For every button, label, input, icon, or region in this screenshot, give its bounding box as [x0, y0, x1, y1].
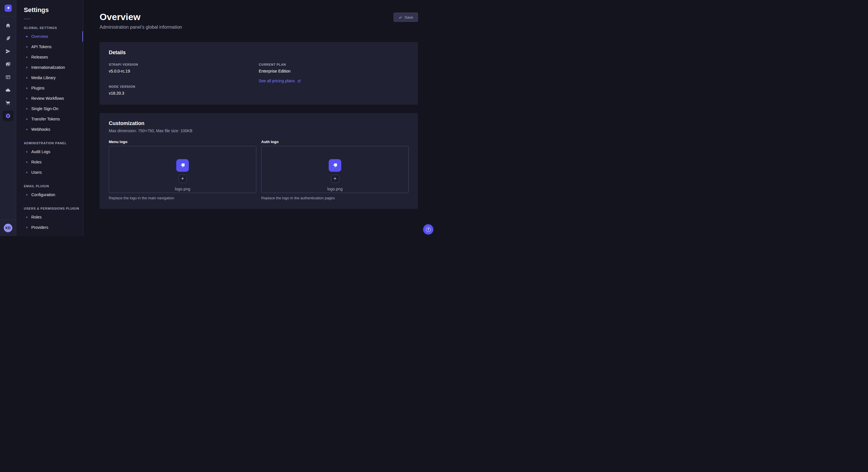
page-subtitle: Administration panel’s global informatio…	[100, 25, 418, 30]
bullet-icon	[26, 98, 28, 99]
settings-nav-item[interactable]	[0, 109, 16, 122]
menu-logo-hint: Replace the logo in the main navigation	[109, 196, 256, 200]
bullet-icon	[26, 172, 28, 173]
media-library-icon[interactable]	[0, 58, 16, 71]
section-label-administration-panel: ADMINISTRATION PANEL	[17, 141, 83, 145]
page-title: Overview	[100, 11, 418, 22]
feather-icon[interactable]	[0, 32, 16, 45]
sidebar-item-audit-logs[interactable]: Audit Logs	[17, 146, 83, 157]
sidebar-item-admin-users[interactable]: Users	[17, 167, 83, 177]
home-icon[interactable]	[0, 19, 16, 32]
menu-logo-label: Menu logo	[109, 140, 256, 144]
details-card: Details STRAPI VERSION v5.0.0-rc.19 NODE…	[100, 42, 418, 105]
workspace-logo-block[interactable]	[0, 0, 16, 16]
bullet-icon	[26, 67, 28, 68]
pricing-plans-link[interactable]: See all pricing plans	[259, 78, 301, 83]
subnav-divider	[24, 19, 31, 19]
main-content: Overview Administration panel’s global i…	[84, 0, 434, 236]
strapi-logo-icon	[179, 162, 186, 169]
menu-logo-upload-box[interactable]: + logo.png	[109, 146, 256, 193]
sidebar-item-plugins[interactable]: Plugins	[17, 83, 83, 93]
question-mark-icon: ?	[426, 227, 431, 232]
bullet-icon	[26, 57, 28, 58]
section-label-global-settings: GLOBAL SETTINGS	[17, 26, 83, 30]
sidebar-item-up-roles[interactable]: Roles	[17, 212, 83, 222]
current-plan-label: CURRENT PLAN	[259, 63, 409, 66]
auth-logo-filename: logo.png	[327, 187, 343, 191]
customization-card-title: Customization	[109, 121, 409, 127]
node-version-field: NODE VERSION v18.20.3	[109, 85, 259, 96]
bullet-icon	[26, 162, 28, 163]
main-nav-rail: KD	[0, 0, 17, 236]
add-menu-logo-button[interactable]: +	[179, 175, 187, 183]
sidebar-item-review-workflows[interactable]: Review Workflows	[17, 93, 83, 103]
bullet-icon	[26, 108, 28, 109]
sidebar-item-api-tokens[interactable]: API Tokens	[17, 42, 83, 52]
subnav-title: Settings	[24, 6, 76, 14]
sidebar-item-up-providers[interactable]: Providers	[17, 222, 83, 233]
strapi-logo-icon	[5, 5, 12, 12]
cloud-icon[interactable]	[0, 83, 16, 96]
gear-icon	[3, 110, 13, 121]
check-icon	[398, 15, 402, 19]
auth-logo-preview	[329, 159, 341, 172]
sidebar-item-single-sign-on[interactable]: Single Sign-On	[17, 103, 83, 114]
bullet-icon	[26, 36, 28, 37]
bullet-icon	[26, 151, 28, 153]
layout-icon[interactable]	[0, 71, 16, 83]
sidebar-item-email-configuration[interactable]: Configuration	[17, 190, 83, 200]
sidebar-item-transfer-tokens[interactable]: Transfer Tokens	[17, 114, 83, 124]
settings-subnav: Settings GLOBAL SETTINGS Overview API To…	[17, 0, 83, 236]
strapi-version-value: v5.0.0-rc.19	[109, 69, 259, 73]
auth-logo-label: Auth logo	[261, 140, 409, 144]
sidebar-item-internationalization[interactable]: Internationalization	[17, 62, 83, 72]
details-card-title: Details	[109, 49, 409, 56]
users-permissions-list: Roles Providers	[17, 212, 83, 233]
cart-icon[interactable]	[0, 96, 16, 109]
bullet-icon	[26, 216, 28, 218]
node-version-value: v18.20.3	[109, 91, 259, 96]
customization-card: Customization Max dimension: 750×750, Ma…	[100, 113, 418, 209]
bullet-icon	[26, 129, 28, 130]
bullet-icon	[26, 77, 28, 78]
administration-panel-list: Audit Logs Roles Users	[17, 146, 83, 177]
global-settings-list: Overview API Tokens Releases Internation…	[17, 31, 83, 134]
bullet-icon	[26, 194, 28, 196]
avatar[interactable]: KD	[4, 224, 12, 232]
node-version-label: NODE VERSION	[109, 85, 259, 88]
paper-plane-icon[interactable]	[0, 45, 16, 58]
bullet-icon	[26, 88, 28, 89]
auth-logo-hint: Replace the logo in the authentication p…	[261, 196, 409, 200]
bullet-icon	[26, 119, 28, 120]
menu-logo-preview	[176, 159, 189, 172]
customization-card-subtitle: Max dimension: 750×750, Max file size: 1…	[109, 129, 409, 133]
sidebar-item-overview[interactable]: Overview	[17, 31, 83, 42]
sidebar-item-releases[interactable]: Releases	[17, 52, 83, 62]
strapi-version-field: STRAPI VERSION v5.0.0-rc.19	[109, 63, 259, 73]
bullet-icon	[26, 227, 28, 228]
auth-logo-upload-box[interactable]: + logo.png	[261, 146, 409, 193]
page-header: Overview Administration panel’s global i…	[100, 11, 418, 30]
save-button[interactable]: Save	[394, 12, 418, 22]
rail-bottom-block: KD	[0, 220, 16, 236]
external-link-icon	[298, 79, 301, 83]
current-plan-field: CURRENT PLAN Enterprise Edition	[259, 63, 409, 73]
strapi-version-label: STRAPI VERSION	[109, 63, 259, 66]
help-button[interactable]: ?	[423, 224, 433, 235]
sidebar-item-admin-roles[interactable]: Roles	[17, 157, 83, 167]
menu-logo-filename: logo.png	[175, 187, 190, 191]
email-plugin-list: Configuration	[17, 190, 83, 200]
sidebar-item-media-library[interactable]: Media Library	[17, 72, 83, 83]
add-auth-logo-button[interactable]: +	[331, 175, 339, 183]
section-label-users-permissions-plugin: USERS & PERMISSIONS PLUGIN	[17, 207, 83, 210]
bullet-icon	[26, 46, 28, 47]
sidebar-item-webhooks[interactable]: Webhooks	[17, 124, 83, 134]
current-plan-value: Enterprise Edition	[259, 69, 409, 73]
strapi-logo-icon	[331, 162, 339, 169]
section-label-email-plugin: EMAIL PLUGIN	[17, 184, 83, 188]
